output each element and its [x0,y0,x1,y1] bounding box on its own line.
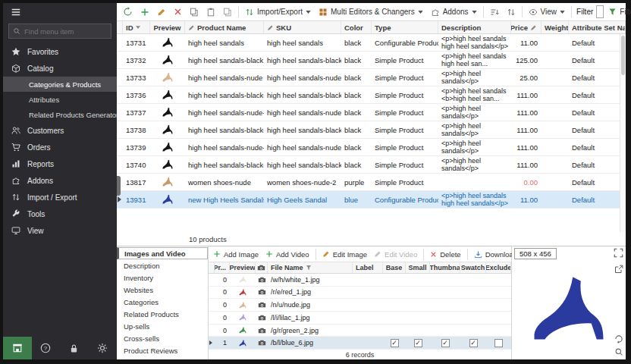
image-row[interactable]: 0 /g/r/green_2.jpg [209,325,511,337]
table-row[interactable]: 13736 high heel sandals-black-36 high he… [117,86,626,104]
table-row[interactable]: 13740 high heel sandals-black-38 high he… [117,156,626,174]
swatch-checkbox[interactable] [469,339,478,347]
sidebar-item-favorites[interactable]: Favorites [3,43,117,60]
sidebar-item-addons[interactable]: Addons [3,172,117,189]
sidebar-item-categories-products[interactable]: Categories & Products [3,77,117,92]
edit-image-button[interactable]: Edit Image [320,246,369,262]
thumbnail-checkbox-cell[interactable] [430,339,460,347]
tab-categories[interactable]: Categories [117,296,208,308]
view-menu[interactable]: View [526,5,569,20]
column-header-label[interactable]: Label [353,262,383,273]
tab-up-sells[interactable]: Up-sells [117,320,208,332]
add-image-button[interactable]: Add Image [211,246,261,262]
image-row[interactable]: 0 /r/e/red_1.jpg [209,287,511,300]
tab-product-reviews[interactable]: Product Reviews [117,344,208,356]
column-header-swatch[interactable]: Swatch [460,262,486,273]
exclude-checkbox[interactable] [494,339,503,347]
image-row-selected[interactable]: 1 /b/l/blue_6.jpg [209,337,511,350]
column-header-product-name[interactable]: Product Name [185,21,264,33]
edit-video-button[interactable]: Edit Video [372,246,419,262]
tab-websites[interactable]: Websites [117,284,208,296]
vertical-scrollbar[interactable] [620,34,626,232]
swatch-checkbox-cell[interactable] [460,339,486,347]
exclude-checkbox-cell[interactable] [486,339,511,347]
rotate-button[interactable] [614,334,623,343]
column-header-priority[interactable]: Pr... [215,262,230,273]
column-header-color[interactable]: Color [341,21,372,33]
splitter-handle[interactable] [117,176,121,196]
edit-product-button[interactable] [154,5,169,20]
help-button[interactable] [32,337,61,359]
table-row[interactable]: 13817 women shoes-nude women shoes-nude-… [117,174,626,191]
hamburger-menu-button[interactable] [3,3,117,21]
sidebar-item-orders[interactable]: Orders [3,139,117,155]
sidebar-item-reports[interactable]: Reports [3,155,117,172]
sort-button[interactable] [487,5,502,20]
column-header-weight[interactable]: Weight [542,21,569,33]
sidebar-item-customers[interactable]: Customers [3,122,117,139]
table-row[interactable]: 13733 high heel sandals-nude high heel s… [117,69,626,86]
paste-button[interactable] [203,5,218,20]
column-header-description[interactable]: Description [438,21,511,33]
menu-search-input[interactable] [24,27,107,36]
sidebar-item-attributes[interactable]: Attributes [3,92,117,107]
add-product-button[interactable] [137,5,152,20]
column-header-attribute-set[interactable]: Attribute Set Name [569,21,626,33]
delete-image-button[interactable]: Delete [428,246,463,262]
sidebar-item-view[interactable]: View [3,222,117,239]
lock-button[interactable] [60,337,89,359]
table-row[interactable]: 13738 high heel sandals-black-37 high he… [117,121,626,139]
image-row[interactable]: 0 /w/h/white_1.jpg [209,274,511,287]
column-header-sku[interactable]: SKU [264,21,341,33]
column-header-exclude[interactable]: Exclude [486,262,511,273]
column-header-id[interactable]: ID [123,21,150,33]
table-row[interactable]: 13739 high heel sandals-nude-37 high hee… [117,139,626,156]
sidebar-search[interactable] [8,24,111,39]
column-header-preview[interactable]: Preview [230,262,256,273]
image-row[interactable]: 0 /n/u/nude.jpg [209,299,511,312]
base-checkbox-cell[interactable] [383,339,406,347]
image-row[interactable]: 0 /l/i/lilac_1.jpg [209,312,511,325]
column-header-price[interactable]: Price [511,21,542,33]
settings-button[interactable] [89,337,118,359]
column-header-small[interactable]: Small [406,262,430,273]
sidebar-item-import-export[interactable]: Import / Export [3,189,117,206]
multi-editors-menu[interactable]: Multi Editors & Changers [316,5,426,20]
column-header-file-name[interactable]: File Name [268,262,353,273]
column-header-preview[interactable]: Preview [150,21,185,33]
import-export-menu[interactable]: Import/Export [242,5,314,20]
store-button[interactable] [3,337,32,359]
tab-inventory[interactable]: Inventory [117,271,208,284]
column-header-type[interactable]: Type [372,21,438,33]
tab-related-products[interactable]: Related Products [117,308,208,320]
table-row[interactable]: 13731 high heel sandals high heel sandal… [117,34,626,52]
base-checkbox[interactable] [391,339,399,347]
table-row-selected[interactable]: 13931 new High Heels Sandals High Geels … [117,191,626,209]
addons-menu[interactable]: Addons [428,5,480,20]
column-header-camera[interactable] [256,262,268,273]
open-external-button[interactable] [614,265,623,274]
tab-description[interactable]: Description [117,259,208,271]
copy-button[interactable] [187,5,202,20]
delete-product-button[interactable] [171,5,185,20]
thumbnail-checkbox[interactable] [441,339,450,347]
small-checkbox-cell[interactable] [406,339,430,347]
filters-menu[interactable]: Filters [605,5,631,20]
small-checkbox[interactable] [414,339,422,347]
fullscreen-button[interactable] [614,248,623,258]
refresh-button[interactable] [120,5,136,20]
tab-images-and-video[interactable]: Images and Video [117,247,208,259]
duplicate-button[interactable] [220,5,235,20]
zoom-button[interactable] [614,347,623,356]
tab-cross-sells[interactable]: Cross-sells [117,332,208,344]
sidebar-item-tools[interactable]: Tools [3,206,117,222]
filter-select[interactable]: Show products from selected categories [596,5,604,18]
column-header-thumbnail[interactable]: Thumbna [430,262,460,273]
table-row[interactable]: 13737 high heel sandals-nude-36 high hee… [117,104,626,121]
sidebar-item-catalog[interactable]: Catalog [3,60,117,77]
scrollbar-thumb[interactable] [621,36,625,75]
table-row[interactable]: 13732 high heel sandals-black high heel … [117,52,626,69]
column-header-base[interactable]: Base [383,262,406,273]
sort-columns-button[interactable] [504,5,519,20]
sidebar-item-related-products-generator[interactable]: Related Products Generator [3,107,117,122]
